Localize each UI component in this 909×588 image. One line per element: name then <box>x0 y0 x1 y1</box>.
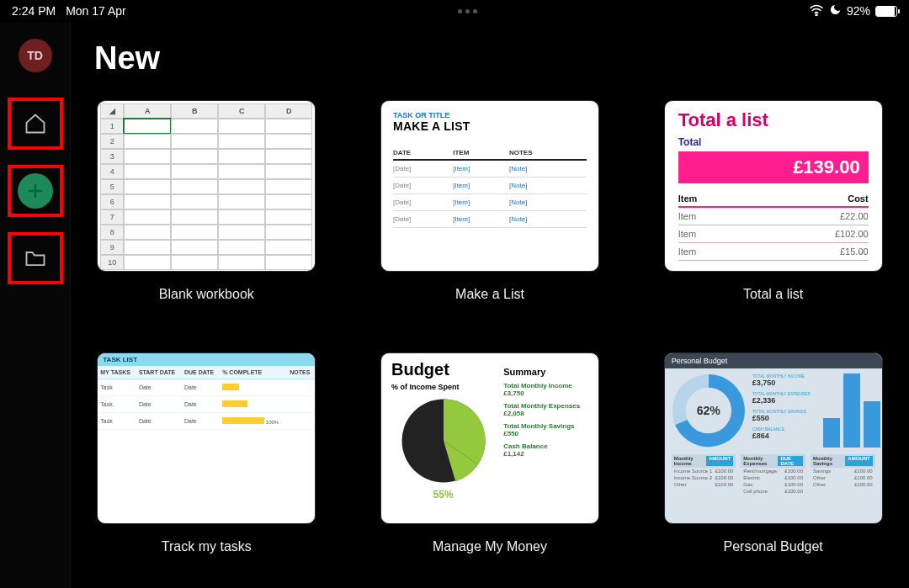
preview-label: TASK OR TITLE <box>393 111 587 119</box>
preview-title: MAKE A LIST <box>393 119 587 133</box>
template-caption: Make a List <box>455 287 524 302</box>
template-thumb: Personal Budget 62% TOTAL MONTHLY INCOME… <box>664 352 883 524</box>
nav-home-button[interactable] <box>9 99 61 148</box>
template-caption: Total a list <box>743 287 803 302</box>
preview-ribbon: TASK LIST <box>98 353 315 366</box>
preview-title: Budget <box>391 360 495 379</box>
main-content: New ◢ABCD12345678910 Blank workbook TASK… <box>71 22 909 588</box>
template-thumb: Budget % of Income Spent 55% Summary Tot… <box>380 352 599 524</box>
template-card-blank[interactable]: ◢ABCD12345678910 Blank workbook <box>94 100 319 302</box>
preview-subtitle: % of Income Spent <box>391 383 495 391</box>
bar-chart-icon <box>820 373 883 448</box>
template-thumb: Total a list Total £139.00 Item Cost Ite… <box>664 100 883 272</box>
status-date: Mon 17 Apr <box>66 4 126 18</box>
template-thumb: ◢ABCD12345678910 <box>97 100 316 272</box>
page-title: New <box>94 40 885 77</box>
template-caption: Personal Budget <box>724 539 823 554</box>
template-caption: Blank workbook <box>159 287 254 302</box>
svg-point-0 <box>816 14 817 16</box>
avatar-initials: TD <box>27 49 43 62</box>
col-header: Item <box>678 193 747 207</box>
template-grid: ◢ABCD12345678910 Blank workbook TASK OR … <box>94 100 885 554</box>
template-card-track-tasks[interactable]: TASK LIST MY TASKSSTART DATEDUE DATE% CO… <box>94 352 319 554</box>
preview-label: Total <box>678 136 869 148</box>
preview-pct: 55% <box>391 489 495 501</box>
template-card-total-list[interactable]: Total a list Total £139.00 Item Cost Ite… <box>661 100 885 302</box>
template-thumb: TASK OR TITLE MAKE A LIST DATEITEMNOTES[… <box>380 100 599 272</box>
donut-pct: 62% <box>672 373 746 448</box>
highlight-box <box>8 232 63 284</box>
preview-titlebar: Personal Budget <box>665 353 882 368</box>
template-card-budget[interactable]: Budget % of Income Spent 55% Summary Tot… <box>378 352 603 554</box>
template-card-personal-budget[interactable]: Personal Budget 62% TOTAL MONTHLY INCOME… <box>661 352 885 554</box>
donut-chart-icon: 62% <box>672 373 746 448</box>
status-bar: 2:24 PM Mon 17 Apr 92% <box>0 0 909 22</box>
preview-title: Total a list <box>678 109 869 131</box>
battery-icon <box>875 6 897 17</box>
status-time: 2:24 PM <box>12 4 56 18</box>
template-card-make-list[interactable]: TASK OR TITLE MAKE A LIST DATEITEMNOTES[… <box>378 100 603 302</box>
pie-chart-icon <box>397 395 490 487</box>
battery-pct: 92% <box>847 4 870 18</box>
preview-total: £139.00 <box>678 151 869 183</box>
highlight-box <box>8 98 63 150</box>
do-not-disturb-icon <box>829 3 842 19</box>
sidebar: TD <box>0 22 71 588</box>
template-caption: Track my tasks <box>162 539 252 554</box>
template-caption: Manage My Money <box>433 539 547 554</box>
nav-open-button[interactable] <box>9 234 61 283</box>
preview-summary-title: Summary <box>503 367 588 377</box>
nav-new-button[interactable] <box>9 167 61 215</box>
highlight-box <box>8 165 63 217</box>
wifi-icon <box>809 4 824 19</box>
col-header: Cost <box>747 193 869 207</box>
multitask-dots-icon[interactable] <box>458 9 477 13</box>
avatar[interactable]: TD <box>19 39 52 72</box>
template-thumb: TASK LIST MY TASKSSTART DATEDUE DATE% CO… <box>97 352 316 524</box>
